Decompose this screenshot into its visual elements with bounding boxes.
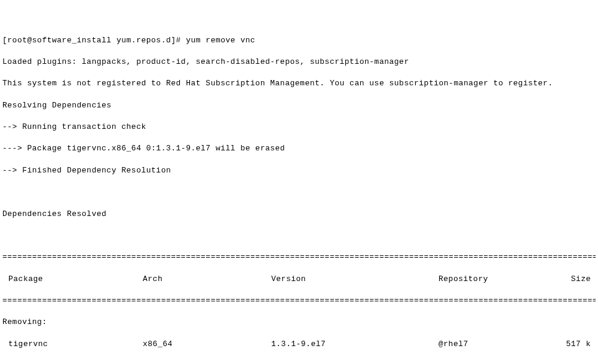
finished-dep-line: --> Finished Dependency Resolution (2, 165, 596, 176)
loaded-plugins-line: Loaded plugins: langpacks, product-id, s… (2, 57, 596, 67)
table-header-row: Package Arch Version Repository Size (2, 274, 596, 285)
header-version: Version (271, 274, 438, 285)
blank-line (2, 187, 596, 198)
header-package: Package (2, 274, 143, 285)
pkg-name: tigervnc (2, 339, 143, 350)
pkg-arch: x86_64 (143, 339, 271, 350)
removing-section: Removing: (2, 317, 596, 328)
header-arch: Arch (143, 274, 271, 285)
header-size: Size (558, 274, 596, 285)
header-repository: Repository (438, 274, 558, 285)
resolving-deps-line: Resolving Dependencies (2, 100, 596, 111)
pkg-size: 517 k (558, 339, 596, 350)
pkg-version: 1.3.1-9.el7 (271, 339, 438, 350)
blank-line (2, 230, 596, 241)
pkg-repo: @rhel7 (438, 339, 558, 350)
blank-line (2, 360, 596, 364)
deps-resolved-line: Dependencies Resolved (2, 209, 596, 220)
terminal-prompt-line: [root@software_install yum.repos.d]# yum… (2, 35, 596, 46)
package-erased-line: ---> Package tigervnc.x86_64 0:1.3.1-9.e… (2, 143, 596, 154)
not-registered-line: This system is not registered to Red Hat… (2, 78, 596, 89)
shell-prompt: [root@software_install yum.repos.d]# (2, 36, 186, 45)
rule-double-mid: ========================================… (2, 295, 596, 306)
typed-command: yum remove vnc (186, 36, 255, 45)
running-check-line: --> Running transaction check (2, 122, 596, 132)
rule-double-top: ========================================… (2, 252, 596, 263)
table-row: tigervnc x86_64 1.3.1-9.el7 @rhel7 517 k (2, 339, 596, 350)
